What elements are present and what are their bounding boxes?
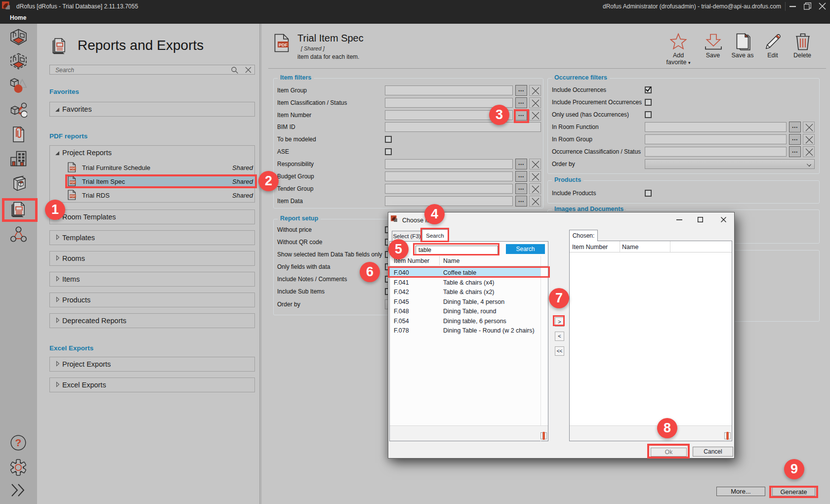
svg-text:PDF: PDF — [70, 195, 76, 198]
svg-text:?: ? — [15, 437, 22, 448]
svg-text:PDF: PDF — [279, 42, 288, 47]
svg-text:PDF: PDF — [70, 167, 76, 170]
